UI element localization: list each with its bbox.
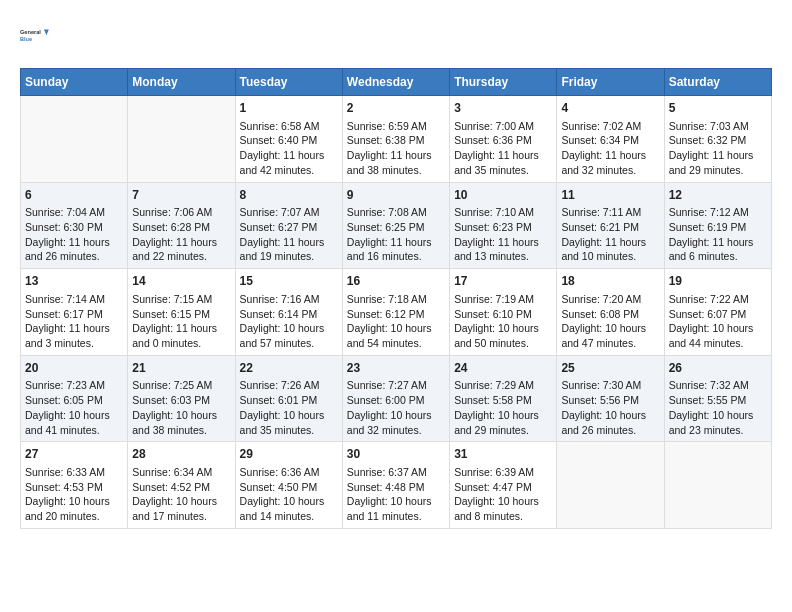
calendar-header-row: SundayMondayTuesdayWednesdayThursdayFrid… (21, 69, 772, 96)
sunset-text: Sunset: 4:52 PM (132, 480, 230, 495)
daylight-text: Daylight: 11 hours and 26 minutes. (25, 235, 123, 264)
sunset-text: Sunset: 6:23 PM (454, 220, 552, 235)
day-number: 7 (132, 187, 230, 204)
daylight-text: Daylight: 11 hours and 3 minutes. (25, 321, 123, 350)
sunrise-text: Sunrise: 7:00 AM (454, 119, 552, 134)
day-number: 24 (454, 360, 552, 377)
calendar-day-cell: 23Sunrise: 7:27 AMSunset: 6:00 PMDayligh… (342, 355, 449, 442)
sunrise-text: Sunrise: 7:04 AM (25, 205, 123, 220)
calendar-day-cell: 1Sunrise: 6:58 AMSunset: 6:40 PMDaylight… (235, 96, 342, 183)
sunset-text: Sunset: 4:48 PM (347, 480, 445, 495)
day-number: 4 (561, 100, 659, 117)
calendar-week-row: 6Sunrise: 7:04 AMSunset: 6:30 PMDaylight… (21, 182, 772, 269)
sunset-text: Sunset: 5:55 PM (669, 393, 767, 408)
calendar-day-cell: 18Sunrise: 7:20 AMSunset: 6:08 PMDayligh… (557, 269, 664, 356)
calendar-day-cell: 11Sunrise: 7:11 AMSunset: 6:21 PMDayligh… (557, 182, 664, 269)
sunrise-text: Sunrise: 6:58 AM (240, 119, 338, 134)
calendar-day-cell (21, 96, 128, 183)
day-of-week-header: Wednesday (342, 69, 449, 96)
sunrise-text: Sunrise: 7:10 AM (454, 205, 552, 220)
calendar-day-cell: 10Sunrise: 7:10 AMSunset: 6:23 PMDayligh… (450, 182, 557, 269)
calendar-day-cell: 19Sunrise: 7:22 AMSunset: 6:07 PMDayligh… (664, 269, 771, 356)
sunrise-text: Sunrise: 7:15 AM (132, 292, 230, 307)
day-number: 25 (561, 360, 659, 377)
daylight-text: Daylight: 11 hours and 0 minutes. (132, 321, 230, 350)
sunset-text: Sunset: 6:01 PM (240, 393, 338, 408)
sunset-text: Sunset: 5:58 PM (454, 393, 552, 408)
calendar-day-cell: 25Sunrise: 7:30 AMSunset: 5:56 PMDayligh… (557, 355, 664, 442)
day-number: 28 (132, 446, 230, 463)
calendar-day-cell (557, 442, 664, 529)
daylight-text: Daylight: 10 hours and 35 minutes. (240, 408, 338, 437)
day-number: 20 (25, 360, 123, 377)
daylight-text: Daylight: 11 hours and 29 minutes. (669, 148, 767, 177)
day-number: 18 (561, 273, 659, 290)
calendar-day-cell: 12Sunrise: 7:12 AMSunset: 6:19 PMDayligh… (664, 182, 771, 269)
day-number: 9 (347, 187, 445, 204)
day-number: 13 (25, 273, 123, 290)
daylight-text: Daylight: 10 hours and 14 minutes. (240, 494, 338, 523)
sunrise-text: Sunrise: 7:02 AM (561, 119, 659, 134)
sunrise-text: Sunrise: 7:18 AM (347, 292, 445, 307)
sunset-text: Sunset: 6:34 PM (561, 133, 659, 148)
calendar-day-cell: 26Sunrise: 7:32 AMSunset: 5:55 PMDayligh… (664, 355, 771, 442)
daylight-text: Daylight: 10 hours and 57 minutes. (240, 321, 338, 350)
sunrise-text: Sunrise: 7:03 AM (669, 119, 767, 134)
sunrise-text: Sunrise: 6:34 AM (132, 465, 230, 480)
calendar-day-cell (128, 96, 235, 183)
sunset-text: Sunset: 6:27 PM (240, 220, 338, 235)
calendar-day-cell: 3Sunrise: 7:00 AMSunset: 6:36 PMDaylight… (450, 96, 557, 183)
sunrise-text: Sunrise: 7:29 AM (454, 378, 552, 393)
sunrise-text: Sunrise: 7:16 AM (240, 292, 338, 307)
svg-text:General: General (20, 29, 41, 35)
day-number: 22 (240, 360, 338, 377)
calendar-day-cell: 5Sunrise: 7:03 AMSunset: 6:32 PMDaylight… (664, 96, 771, 183)
daylight-text: Daylight: 11 hours and 35 minutes. (454, 148, 552, 177)
daylight-text: Daylight: 11 hours and 13 minutes. (454, 235, 552, 264)
calendar-table: SundayMondayTuesdayWednesdayThursdayFrid… (20, 68, 772, 529)
daylight-text: Daylight: 10 hours and 47 minutes. (561, 321, 659, 350)
sunrise-text: Sunrise: 6:36 AM (240, 465, 338, 480)
sunset-text: Sunset: 6:08 PM (561, 307, 659, 322)
calendar-day-cell: 24Sunrise: 7:29 AMSunset: 5:58 PMDayligh… (450, 355, 557, 442)
day-number: 1 (240, 100, 338, 117)
sunrise-text: Sunrise: 7:30 AM (561, 378, 659, 393)
sunset-text: Sunset: 6:12 PM (347, 307, 445, 322)
sunrise-text: Sunrise: 6:37 AM (347, 465, 445, 480)
daylight-text: Daylight: 11 hours and 22 minutes. (132, 235, 230, 264)
day-number: 16 (347, 273, 445, 290)
sunset-text: Sunset: 4:47 PM (454, 480, 552, 495)
day-of-week-header: Sunday (21, 69, 128, 96)
day-number: 3 (454, 100, 552, 117)
calendar-day-cell: 7Sunrise: 7:06 AMSunset: 6:28 PMDaylight… (128, 182, 235, 269)
calendar-day-cell: 8Sunrise: 7:07 AMSunset: 6:27 PMDaylight… (235, 182, 342, 269)
daylight-text: Daylight: 10 hours and 26 minutes. (561, 408, 659, 437)
daylight-text: Daylight: 11 hours and 42 minutes. (240, 148, 338, 177)
sunrise-text: Sunrise: 7:32 AM (669, 378, 767, 393)
day-number: 5 (669, 100, 767, 117)
calendar-day-cell: 14Sunrise: 7:15 AMSunset: 6:15 PMDayligh… (128, 269, 235, 356)
page-header: GeneralBlue (20, 20, 772, 52)
sunset-text: Sunset: 6:30 PM (25, 220, 123, 235)
calendar-week-row: 13Sunrise: 7:14 AMSunset: 6:17 PMDayligh… (21, 269, 772, 356)
day-number: 21 (132, 360, 230, 377)
sunset-text: Sunset: 6:00 PM (347, 393, 445, 408)
daylight-text: Daylight: 10 hours and 17 minutes. (132, 494, 230, 523)
sunset-text: Sunset: 4:50 PM (240, 480, 338, 495)
day-of-week-header: Monday (128, 69, 235, 96)
sunset-text: Sunset: 6:19 PM (669, 220, 767, 235)
sunrise-text: Sunrise: 6:59 AM (347, 119, 445, 134)
calendar-day-cell: 20Sunrise: 7:23 AMSunset: 6:05 PMDayligh… (21, 355, 128, 442)
day-number: 15 (240, 273, 338, 290)
sunset-text: Sunset: 6:05 PM (25, 393, 123, 408)
calendar-day-cell: 13Sunrise: 7:14 AMSunset: 6:17 PMDayligh… (21, 269, 128, 356)
day-number: 26 (669, 360, 767, 377)
day-number: 31 (454, 446, 552, 463)
calendar-day-cell: 22Sunrise: 7:26 AMSunset: 6:01 PMDayligh… (235, 355, 342, 442)
sunrise-text: Sunrise: 7:25 AM (132, 378, 230, 393)
sunset-text: Sunset: 6:28 PM (132, 220, 230, 235)
day-number: 12 (669, 187, 767, 204)
sunrise-text: Sunrise: 7:23 AM (25, 378, 123, 393)
daylight-text: Daylight: 11 hours and 38 minutes. (347, 148, 445, 177)
calendar-day-cell: 28Sunrise: 6:34 AMSunset: 4:52 PMDayligh… (128, 442, 235, 529)
